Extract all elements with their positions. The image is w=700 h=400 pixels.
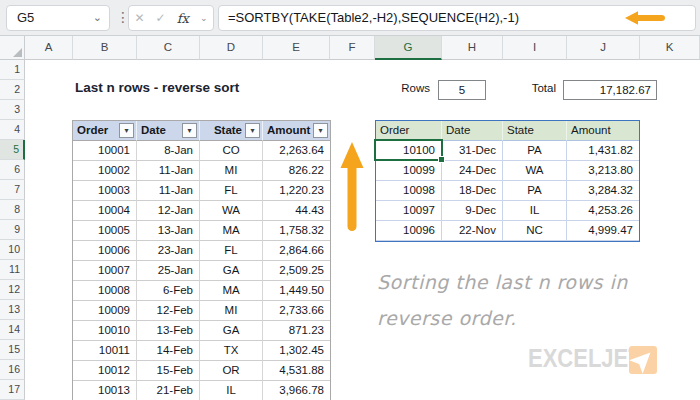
cell[interactable]: IL: [200, 381, 263, 400]
cell[interactable]: 1,431.82: [567, 141, 639, 161]
cell[interactable]: NC: [503, 221, 567, 241]
cell[interactable]: GA: [200, 321, 263, 341]
column-header-K[interactable]: K: [640, 36, 700, 60]
cell[interactable]: 25-Jan: [137, 261, 200, 281]
column-header-I[interactable]: I: [503, 36, 567, 60]
row-header-15[interactable]: 15: [0, 340, 25, 360]
cell[interactable]: 10001: [73, 141, 137, 161]
cell[interactable]: 4,253.26: [567, 201, 639, 221]
cell[interactable]: WA: [200, 201, 263, 221]
cell[interactable]: 8-Jan: [137, 141, 200, 161]
row-header-5[interactable]: 5: [0, 140, 25, 160]
row-header-2[interactable]: 2: [0, 80, 25, 100]
cell[interactable]: 10097: [376, 201, 442, 221]
row-header-7[interactable]: 7: [0, 180, 25, 200]
row-header-14[interactable]: 14: [0, 320, 25, 340]
cell[interactable]: 3,213.80: [567, 161, 639, 181]
cell[interactable]: 10011: [73, 341, 137, 361]
cell[interactable]: 3,966.78: [263, 381, 330, 400]
cell[interactable]: 10002: [73, 161, 137, 181]
cell[interactable]: 24-Dec: [442, 161, 503, 181]
total-cell[interactable]: 17,182.67: [563, 80, 657, 100]
cell[interactable]: 18-Dec: [442, 181, 503, 201]
cell[interactable]: OR: [200, 361, 263, 381]
cell[interactable]: 10003: [73, 181, 137, 201]
cell[interactable]: 10007: [73, 261, 137, 281]
column-header-D[interactable]: D: [200, 36, 263, 60]
cancel-icon[interactable]: ✕: [135, 11, 145, 25]
row-header-16[interactable]: 16: [0, 360, 25, 380]
cell[interactable]: 10013: [73, 381, 137, 400]
row-header-8[interactable]: 8: [0, 200, 25, 220]
row-header-6[interactable]: 6: [0, 160, 25, 180]
column-header-H[interactable]: H: [442, 36, 503, 60]
cell[interactable]: 10098: [376, 181, 442, 201]
cell[interactable]: 12-Feb: [137, 301, 200, 321]
row-header-3[interactable]: 3: [0, 100, 25, 120]
cell[interactable]: 4,999.47: [567, 221, 639, 241]
chevron-down-icon[interactable]: ⌄: [200, 13, 208, 23]
cell[interactable]: 1,220.23: [263, 181, 330, 201]
cell[interactable]: 23-Jan: [137, 241, 200, 261]
cell[interactable]: 10008: [73, 281, 137, 301]
cell[interactable]: PA: [503, 181, 567, 201]
cell[interactable]: IL: [503, 201, 567, 221]
cell[interactable]: 871.23: [263, 321, 330, 341]
filter-dropdown-icon[interactable]: ▾: [313, 123, 328, 138]
cell[interactable]: 22-Nov: [442, 221, 503, 241]
row-header-13[interactable]: 13: [0, 300, 25, 320]
column-header-A[interactable]: A: [25, 36, 73, 60]
column-header-E[interactable]: E: [263, 36, 330, 60]
cell[interactable]: 10096: [376, 221, 442, 241]
cell[interactable]: 13-Jan: [137, 221, 200, 241]
cell[interactable]: CO: [200, 141, 263, 161]
cell[interactable]: 10005: [73, 221, 137, 241]
row-header-17[interactable]: 17: [0, 380, 25, 400]
cell[interactable]: 21-Feb: [137, 381, 200, 400]
cell[interactable]: FL: [200, 181, 263, 201]
cell[interactable]: 2,733.66: [263, 301, 330, 321]
cell[interactable]: 9-Dec: [442, 201, 503, 221]
cell[interactable]: 31-Dec: [442, 141, 503, 161]
cell[interactable]: 11-Jan: [137, 181, 200, 201]
cell[interactable]: TX: [200, 341, 263, 361]
cell[interactable]: FL: [200, 241, 263, 261]
row-header-11[interactable]: 11: [0, 260, 25, 280]
cell[interactable]: WA: [503, 161, 567, 181]
cell[interactable]: 6-Feb: [137, 281, 200, 301]
cell[interactable]: 10004: [73, 201, 137, 221]
cell[interactable]: 2,509.25: [263, 261, 330, 281]
cell[interactable]: GA: [200, 261, 263, 281]
chevron-down-icon[interactable]: ⌄: [93, 5, 102, 29]
cell[interactable]: 3,284.32: [567, 181, 639, 201]
cell[interactable]: 1,449.50: [263, 281, 330, 301]
name-box[interactable]: G5 ⌄: [6, 5, 110, 31]
cell[interactable]: MI: [200, 161, 263, 181]
cell[interactable]: 2,864.66: [263, 241, 330, 261]
cell[interactable]: 11-Jan: [137, 161, 200, 181]
filter-dropdown-icon[interactable]: ▾: [119, 123, 134, 138]
cell[interactable]: 1,758.32: [263, 221, 330, 241]
cell[interactable]: MA: [200, 221, 263, 241]
cell[interactable]: 826.22: [263, 161, 330, 181]
cell[interactable]: 10012: [73, 361, 137, 381]
cell[interactable]: 13-Feb: [137, 321, 200, 341]
cell[interactable]: 44.43: [263, 201, 330, 221]
cell[interactable]: 15-Feb: [137, 361, 200, 381]
cell[interactable]: 1,302.45: [263, 341, 330, 361]
filter-dropdown-icon[interactable]: ▾: [182, 123, 197, 138]
insert-function-icon[interactable]: fx: [177, 11, 189, 26]
cell[interactable]: 10099: [376, 161, 442, 181]
column-header-F[interactable]: F: [330, 36, 375, 60]
cell[interactable]: PA: [503, 141, 567, 161]
cell[interactable]: 4,531.88: [263, 361, 330, 381]
cell[interactable]: 10009: [73, 301, 137, 321]
row-header-4[interactable]: 4: [0, 120, 25, 140]
cell[interactable]: MA: [200, 281, 263, 301]
cell[interactable]: 12-Jan: [137, 201, 200, 221]
cell[interactable]: 10006: [73, 241, 137, 261]
column-header-B[interactable]: B: [73, 36, 137, 60]
filter-dropdown-icon[interactable]: ▾: [245, 123, 260, 138]
row-header-9[interactable]: 9: [0, 220, 25, 240]
cell[interactable]: 14-Feb: [137, 341, 200, 361]
